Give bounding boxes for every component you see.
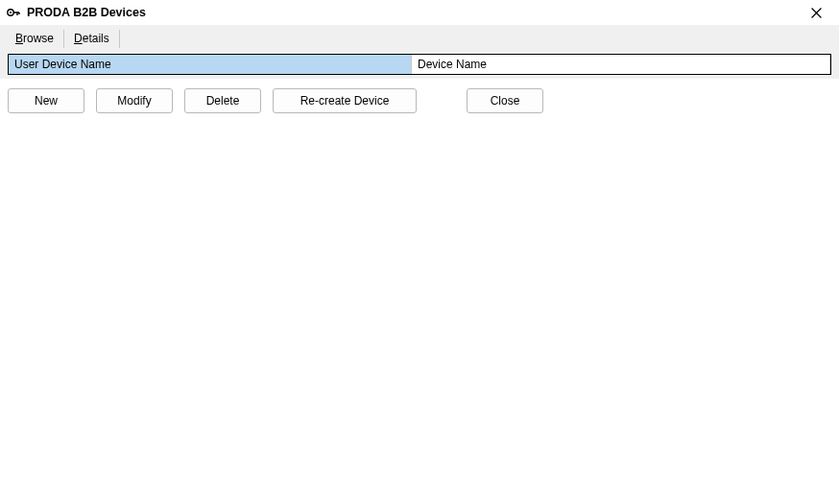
tab-browse-accel: B (15, 32, 23, 45)
column-device-name[interactable]: Device Name (412, 55, 830, 74)
close-icon (811, 8, 822, 18)
window-root: PRODA B2B Devices Browse Details User De… (0, 0, 839, 504)
column-user-device-name[interactable]: User Device Name (9, 55, 412, 74)
tab-details-accel: D (74, 32, 83, 45)
titlebar: PRODA B2B Devices (0, 0, 839, 25)
grid-header: User Device Name Device Name (9, 55, 830, 74)
svg-point-1 (10, 12, 12, 13)
close-window-button[interactable] (795, 0, 837, 25)
recreate-device-button[interactable]: Re-create Device (273, 88, 417, 113)
key-icon (6, 5, 21, 20)
tab-details-rest: etails (83, 32, 109, 45)
tab-browse[interactable]: Browse (6, 30, 64, 48)
tab-area: Browse Details User Device Name Device N… (0, 25, 839, 79)
button-row: New Modify Delete Re-create Device Close (0, 79, 839, 123)
close-button[interactable]: Close (467, 88, 543, 113)
tabstrip: Browse Details (0, 25, 839, 48)
tab-browse-rest: rowse (23, 32, 54, 45)
tab-details[interactable]: Details (64, 30, 120, 48)
modify-button[interactable]: Modify (96, 88, 173, 113)
delete-button[interactable]: Delete (184, 88, 261, 113)
new-button[interactable]: New (8, 88, 84, 113)
device-grid[interactable]: User Device Name Device Name (8, 54, 831, 75)
content-area: User Device Name Device Name (0, 48, 839, 79)
window-title: PRODA B2B Devices (27, 6, 146, 19)
